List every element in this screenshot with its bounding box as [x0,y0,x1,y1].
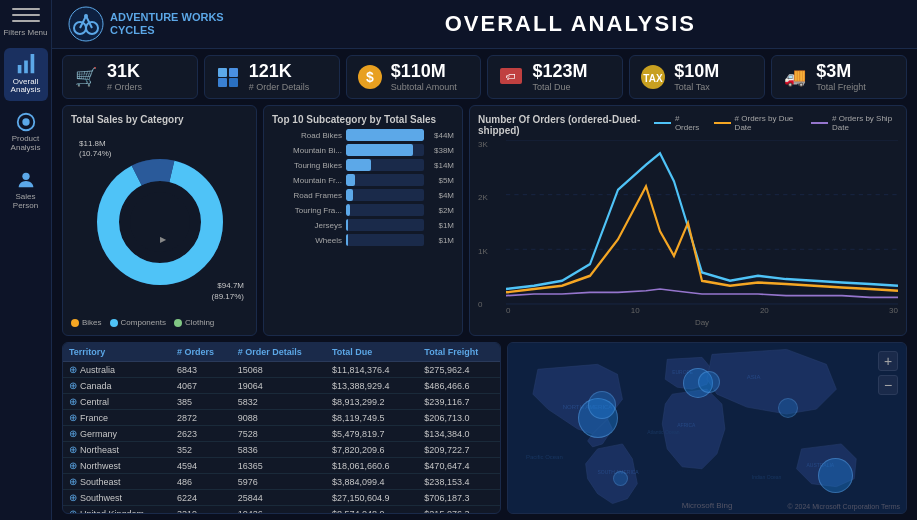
bubble-aus [818,458,853,493]
bar-chart: Top 10 Subcategory by Total Sales Road B… [263,105,463,336]
cell-orders: 486 [171,474,232,490]
order-details-value: 121K [249,62,310,80]
bar-item: Wheels $1M [272,234,454,246]
total-freight-value: $3M [816,62,866,80]
line-chart: Number Of Orders (ordered-Dued-shipped) … [469,105,907,336]
product-icon [15,111,37,133]
clothing-label: Clothing [185,318,214,327]
cell-freight: $238,153.4 [418,474,500,490]
page-title: OVERALL ANALYSIS [240,11,901,37]
cell-territory: ⊕Australia [63,362,171,378]
table-row: ⊕United Kingdom 3219 10426 $8,574,048.9 … [63,506,500,515]
orders-line-label: # Orders [675,114,702,132]
orders-label: # Orders [107,82,142,92]
table-row: ⊕Canada 4067 19064 $13,388,929.4 $486,46… [63,378,500,394]
total-freight-label: Total Freight [816,82,866,92]
cell-orders: 3219 [171,506,232,515]
orders-value: 31K [107,62,142,80]
svg-text:$: $ [366,69,374,85]
y-label-0: 0 [478,300,506,309]
total-tax-icon: TAX [638,62,668,92]
cell-due: $18,061,660.6 [326,458,418,474]
donut-legend: Bikes Components Clothing [71,318,248,327]
brand-name: ADVENTURE WORKS CYCLES [110,11,224,37]
header: ADVENTURE WORKS CYCLES OVERALL ANALYSIS [52,0,917,49]
cell-details: 5976 [232,474,326,490]
svg-point-6 [84,14,88,18]
total-tax-label: Total Tax [674,82,719,92]
line-chart-svg [506,140,898,306]
legend-due-date: # Orders by Due Date [714,114,799,132]
table-row: ⊕France 2872 9088 $8,119,749.5 $206,713.… [63,410,500,426]
sidebar-item-overall-analysis[interactable]: OverallAnalysis [4,48,48,102]
expand-btn[interactable]: ⊕ [69,444,77,455]
map-zoom-in[interactable]: + [878,351,898,371]
bar-fill [346,219,348,231]
bar-label: Jerseys [272,221,342,230]
legend-orders: # Orders [654,114,702,132]
cell-details: 7528 [232,426,326,442]
donut-chart-title: Total Sales by Category [71,114,248,125]
kpi-order-details: 121K # Order Details [204,55,340,99]
sidebar-item-sales-person[interactable]: SalesPerson [4,163,48,217]
total-due-icon: 🏷 [496,62,526,92]
total-due-value: $123M [532,62,587,80]
cell-due: $8,119,749.5 [326,410,418,426]
bar-item: Jerseys $1M [272,219,454,231]
bar-label: Mountain Bi... [272,146,342,155]
cell-details: 5832 [232,394,326,410]
bar-track [346,174,424,186]
territory-table: Territory # Orders # Order Details Total… [62,342,501,514]
kpi-orders: 🛒 31K # Orders [62,55,198,99]
cell-details: 5836 [232,442,326,458]
kpi-total-freight: 🚚 $3M Total Freight [771,55,907,99]
bar-fill [346,129,424,141]
expand-btn[interactable]: ⊕ [69,460,77,471]
hamburger-menu[interactable] [12,8,40,22]
donut-chart: Total Sales by Category $11.8M(10.74%) ▶… [62,105,257,336]
bubble-eu2 [698,371,720,393]
cell-details: 10426 [232,506,326,515]
sidebar-item-product-analysis[interactable]: ProductAnalysis [4,105,48,159]
x-label-30: 30 [889,306,898,318]
cell-details: 16365 [232,458,326,474]
cell-territory: ⊕Canada [63,378,171,394]
cell-territory: ⊕Northwest [63,458,171,474]
expand-btn[interactable]: ⊕ [69,508,77,514]
expand-btn[interactable]: ⊕ [69,428,77,439]
expand-btn[interactable]: ⊕ [69,396,77,407]
ship-line-label: # Orders by Ship Date [832,114,898,132]
svg-rect-7 [218,68,227,77]
kpi-total-tax: TAX $10M Total Tax [629,55,765,99]
bar-value: $1M [428,236,454,245]
bar-track [346,234,424,246]
cell-due: $3,884,099.4 [326,474,418,490]
table-row: ⊕Southwest 6224 25844 $27,150,604.9 $706… [63,490,500,506]
expand-btn[interactable]: ⊕ [69,380,77,391]
table-header-row: Territory # Orders # Order Details Total… [63,343,500,362]
cell-territory: ⊕Germany [63,426,171,442]
donut-outer-label: $11.8M(10.74%) [79,139,111,160]
person-icon [15,169,37,191]
expand-btn[interactable]: ⊕ [69,492,77,503]
legend-components: Components [110,318,166,327]
x-label-10: 10 [631,306,640,318]
bar-label: Touring Fra... [272,206,342,215]
main-content: ADVENTURE WORKS CYCLES OVERALL ANALYSIS … [52,0,917,520]
expand-btn[interactable]: ⊕ [69,412,77,423]
map-zoom-out[interactable]: − [878,375,898,395]
svg-text:TAX: TAX [644,73,664,84]
bikes-label: Bikes [82,318,102,327]
expand-btn[interactable]: ⊕ [69,476,77,487]
line-legend: # Orders # Orders by Due Date # Orders b… [654,114,899,132]
bar-item: Mountain Bi... $38M [272,144,454,156]
bar-chart-title: Top 10 Subcategory by Total Sales [272,114,454,125]
cell-orders: 2872 [171,410,232,426]
expand-btn[interactable]: ⊕ [69,364,77,375]
cell-freight: $134,384.0 [418,426,500,442]
bing-logo: Microsoft Bing [682,501,733,510]
cell-details: 19064 [232,378,326,394]
x-label-20: 20 [760,306,769,318]
bar-value: $38M [428,146,454,155]
bar-track [346,204,424,216]
